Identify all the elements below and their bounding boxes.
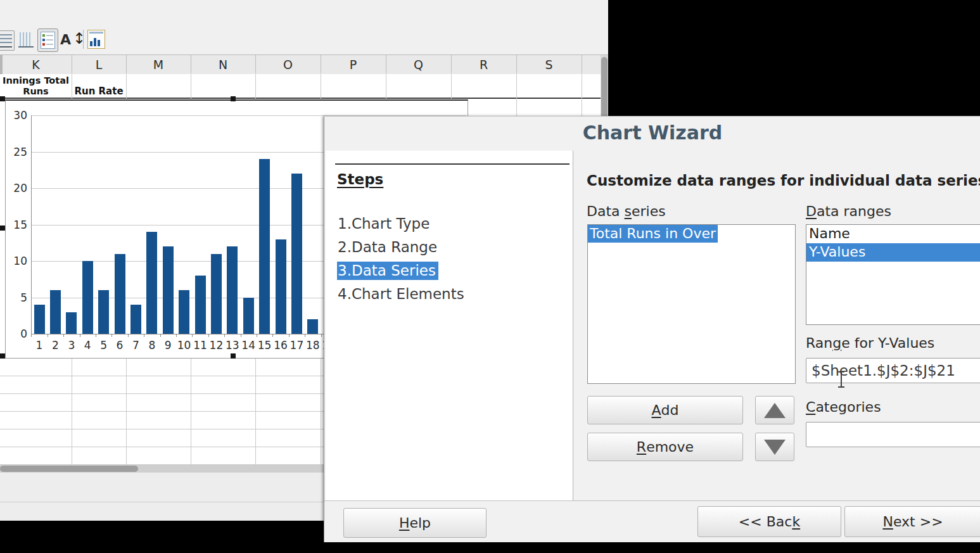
move-up-button[interactable] bbox=[755, 396, 794, 424]
x-axis-tick bbox=[192, 334, 193, 337]
bar-over-1 bbox=[34, 305, 45, 334]
dialog-footer-divider bbox=[324, 500, 980, 501]
data-series-listbox[interactable]: Total Runs in Over bbox=[587, 224, 796, 384]
bar-over-8 bbox=[146, 232, 157, 334]
column-header-l[interactable]: L bbox=[72, 55, 127, 73]
data-series-item[interactable]: Total Runs in Over bbox=[588, 225, 718, 243]
bar-over-18 bbox=[307, 319, 318, 334]
y-axis-label: 15 bbox=[7, 219, 27, 231]
selection-handle[interactable] bbox=[0, 353, 5, 359]
y-axis-label: 10 bbox=[7, 255, 27, 267]
screen: A↕ KLMNOPQRS Innings Total Runs Run Rate… bbox=[0, 0, 980, 553]
y-axis-label: 0 bbox=[7, 327, 27, 340]
x-axis-label: 2 bbox=[47, 339, 63, 352]
column-header-s[interactable]: S bbox=[516, 55, 582, 73]
x-axis-tick bbox=[80, 334, 80, 337]
column-header-q[interactable]: Q bbox=[386, 55, 452, 73]
steps-title: Steps bbox=[337, 171, 383, 188]
bar-over-7 bbox=[130, 305, 141, 334]
y-axis-label: 20 bbox=[7, 182, 27, 194]
move-down-button[interactable] bbox=[755, 433, 794, 461]
data-range-item-name[interactable]: Name bbox=[806, 225, 980, 243]
data-ranges-listbox[interactable]: NameY-Values bbox=[806, 224, 980, 325]
column-header-r[interactable]: R bbox=[451, 55, 517, 73]
data-range-item-y-values[interactable]: Y-Values bbox=[806, 243, 980, 262]
categories-label: Categories bbox=[806, 399, 881, 415]
dialog-title: Chart Wizard bbox=[324, 122, 980, 144]
horizontal-scrollbar-thumb[interactable] bbox=[0, 466, 138, 472]
selection-handle[interactable] bbox=[231, 96, 236, 101]
bar-over-6 bbox=[115, 254, 125, 334]
add-button[interactable]: Add bbox=[587, 396, 743, 424]
wizard-step-4[interactable]: 4.Chart Elements bbox=[337, 286, 467, 306]
help-button[interactable]: Help bbox=[343, 508, 487, 538]
bar-over-9 bbox=[163, 246, 174, 334]
range-for-y-input[interactable] bbox=[806, 358, 980, 383]
horizontal-grids-icon[interactable] bbox=[0, 30, 15, 51]
chart-edit-toolbar: A↕ bbox=[0, 0, 608, 55]
chart-wizard-dialog: Chart Wizard Steps 1.Chart Type2.Data Ra… bbox=[324, 116, 980, 542]
bar-over-3 bbox=[66, 312, 77, 334]
x-axis-tick bbox=[31, 334, 32, 337]
column-header-o[interactable]: O bbox=[255, 55, 321, 73]
legend-icon[interactable] bbox=[37, 29, 58, 52]
x-axis-label: 5 bbox=[96, 339, 112, 352]
x-axis-tick bbox=[176, 334, 177, 337]
remove-button[interactable]: Remove bbox=[587, 433, 743, 461]
bar-over-17 bbox=[291, 174, 302, 334]
x-axis-tick bbox=[48, 334, 48, 337]
x-axis-tick bbox=[111, 334, 112, 337]
cell-k1[interactable]: Innings Total Runs bbox=[0, 75, 72, 98]
categories-input[interactable] bbox=[806, 422, 980, 447]
x-axis-tick bbox=[128, 334, 129, 337]
wizard-step-2[interactable]: 2.Data Range bbox=[337, 239, 440, 259]
text-cursor-icon bbox=[836, 371, 846, 388]
x-axis-tick bbox=[63, 334, 64, 337]
selection-handle[interactable] bbox=[231, 353, 236, 359]
column-headers[interactable]: KLMNOPQRS bbox=[0, 55, 601, 75]
wizard-step-3[interactable]: 3.Data Series bbox=[337, 262, 438, 283]
bar-over-5 bbox=[98, 290, 109, 334]
x-axis-label: 15 bbox=[257, 339, 273, 352]
arrow-down-icon bbox=[764, 440, 786, 455]
x-axis-label: 7 bbox=[127, 339, 144, 352]
x-axis-tick bbox=[272, 334, 273, 337]
wizard-step-1[interactable]: 1.Chart Type bbox=[337, 215, 432, 236]
y-axis bbox=[31, 115, 32, 334]
x-axis-label: 9 bbox=[160, 339, 176, 352]
x-axis-label: 3 bbox=[63, 339, 80, 352]
data-series-label: Data series bbox=[587, 203, 666, 219]
selection-handle[interactable] bbox=[0, 96, 5, 101]
x-axis-tick bbox=[241, 334, 241, 337]
column-header-k[interactable]: K bbox=[0, 55, 72, 73]
chart-type-icon[interactable] bbox=[87, 30, 105, 49]
back-button[interactable]: << Back bbox=[697, 506, 841, 537]
x-axis-tick bbox=[208, 334, 209, 337]
x-axis-label: 14 bbox=[240, 339, 257, 352]
x-axis-tick bbox=[289, 334, 290, 337]
bar-over-11 bbox=[195, 276, 206, 334]
scale-text-icon[interactable]: A↕ bbox=[60, 30, 79, 49]
x-axis-tick bbox=[160, 334, 161, 337]
bar-over-10 bbox=[179, 290, 189, 334]
steps-rule bbox=[335, 163, 570, 165]
y-axis-label: 5 bbox=[7, 291, 27, 304]
vertical-grids-icon[interactable] bbox=[18, 30, 34, 49]
column-header-p[interactable]: P bbox=[321, 55, 386, 73]
bar-over-13 bbox=[227, 246, 238, 334]
bar-over-14 bbox=[243, 298, 254, 334]
x-axis-label: 16 bbox=[272, 339, 289, 352]
bar-over-12 bbox=[211, 254, 222, 334]
x-axis-tick bbox=[96, 334, 96, 337]
cell-l1[interactable]: Run Rate bbox=[72, 86, 126, 97]
y-axis-label: 25 bbox=[7, 146, 27, 158]
x-axis-label: 11 bbox=[192, 339, 208, 352]
bar-over-4 bbox=[82, 261, 93, 334]
next-button[interactable]: Next >> bbox=[844, 506, 980, 537]
column-header-n[interactable]: N bbox=[191, 55, 256, 73]
selection-handle[interactable] bbox=[0, 226, 5, 231]
bar-over-2 bbox=[50, 290, 61, 334]
x-axis-label: 18 bbox=[305, 339, 321, 352]
y-axis-label: 30 bbox=[7, 109, 27, 122]
column-header-m[interactable]: M bbox=[126, 55, 191, 73]
